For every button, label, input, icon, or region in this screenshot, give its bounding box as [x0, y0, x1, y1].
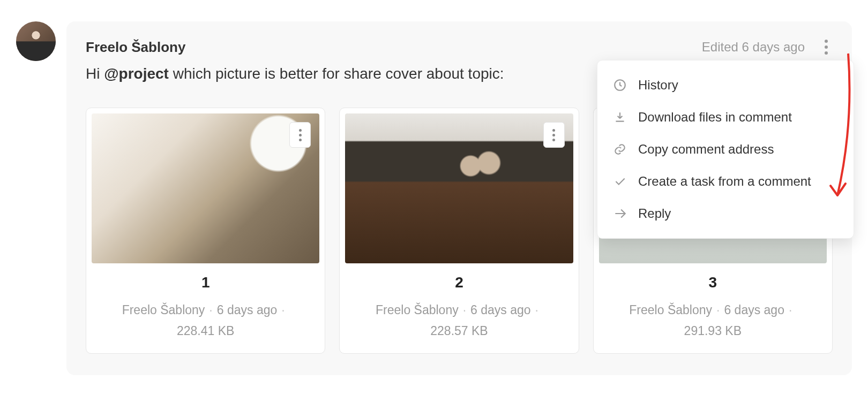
meta-separator: ·: [463, 303, 466, 317]
attachment-author: Freelo Šablony: [629, 303, 712, 317]
attachment-title: 3: [599, 274, 827, 291]
meta-separator: ·: [716, 303, 720, 317]
attachment-size: 228.57 KB: [430, 324, 488, 338]
attachment-thumb-wrap: [345, 113, 573, 263]
dropdown-item-copy-link[interactable]: Copy comment address: [597, 133, 854, 165]
reply-icon: [612, 206, 627, 221]
meta-separator: ·: [535, 303, 538, 317]
dropdown-label: Download files in comment: [638, 110, 792, 125]
comment-author[interactable]: Freelo Šablony: [86, 39, 185, 56]
avatar[interactable]: [16, 21, 56, 61]
attachment-time: 6 days ago: [724, 303, 784, 317]
dropdown-label: History: [638, 78, 678, 93]
dropdown-item-reply[interactable]: Reply: [597, 198, 854, 230]
dropdown-item-history[interactable]: History: [597, 69, 854, 101]
mention[interactable]: @project: [104, 65, 169, 82]
attachment-author: Freelo Šablony: [376, 303, 459, 317]
attachment-thumb-wrap: [92, 113, 319, 263]
attachment-time: 6 days ago: [217, 303, 278, 317]
comment-text-suffix: which picture is better for share cover …: [169, 65, 504, 82]
attachment-meta: Freelo Šablony·6 days ago· 291.93 KB: [599, 300, 827, 341]
attachment-size: 291.93 KB: [684, 324, 742, 338]
comment-card: Freelo Šablony Edited 6 days ago Hi @pro…: [66, 21, 852, 375]
meta-separator: ·: [789, 303, 792, 317]
comment-text-prefix: Hi: [86, 65, 104, 82]
meta-separator: ·: [281, 303, 285, 317]
dropdown-label: Copy comment address: [638, 142, 774, 157]
check-icon: [612, 174, 627, 189]
attachment-author: Freelo Šablony: [122, 303, 205, 317]
dropdown-item-create-task[interactable]: Create a task from a comment: [597, 165, 854, 198]
attachment-more-button[interactable]: [289, 122, 311, 148]
clock-icon: [612, 78, 627, 93]
attachment-time: 6 days ago: [470, 303, 531, 317]
comment-more-button[interactable]: [820, 39, 833, 56]
edited-timestamp: Edited 6 days ago: [702, 40, 805, 55]
attachment-title: 2: [345, 274, 573, 291]
link-icon: [612, 142, 627, 157]
attachment-more-button[interactable]: [543, 122, 565, 148]
attachment-thumbnail[interactable]: [92, 113, 319, 263]
dropdown-item-download[interactable]: Download files in comment: [597, 101, 854, 133]
attachment-title: 1: [92, 274, 319, 291]
attachment-size: 228.41 KB: [177, 324, 234, 338]
attachment-thumbnail[interactable]: [345, 113, 573, 263]
attachment-card[interactable]: 2 Freelo Šablony·6 days ago· 228.57 KB: [339, 108, 579, 354]
meta-separator: ·: [209, 303, 212, 317]
attachment-meta: Freelo Šablony·6 days ago· 228.41 KB: [92, 300, 319, 341]
dropdown-label: Reply: [638, 206, 671, 221]
comment-actions-dropdown: History Download files in comment Copy c…: [597, 60, 854, 239]
download-icon: [612, 110, 627, 125]
comment-header: Freelo Šablony Edited 6 days ago: [86, 39, 833, 56]
attachment-meta: Freelo Šablony·6 days ago· 228.57 KB: [345, 300, 573, 341]
comment-header-right: Edited 6 days ago: [702, 39, 833, 56]
comment-block: Freelo Šablony Edited 6 days ago Hi @pro…: [16, 21, 852, 375]
attachment-card[interactable]: 1 Freelo Šablony·6 days ago· 228.41 KB: [86, 108, 325, 354]
dropdown-label: Create a task from a comment: [638, 174, 811, 189]
